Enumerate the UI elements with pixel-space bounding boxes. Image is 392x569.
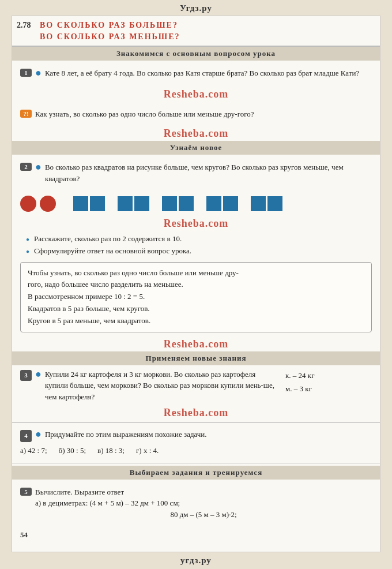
exerciseq-row: ?! Как узнать, во сколько раз одно число…	[20, 108, 372, 120]
info-line4: Квадратов в 5 раз больше, чем кругов.	[28, 303, 364, 315]
info-line1: Чтобы узнать, во сколько раз одно число …	[28, 267, 364, 279]
option-a: а) 42 : 7;	[20, 444, 47, 457]
page-wrapper: 2.78 ВО СКОЛЬКО РАЗ БОЛЬШЕ? ВО СКОЛЬКО Р…	[12, 16, 380, 552]
exercise1-text: Кате 8 лет, а её брату 4 года. Во скольк…	[45, 68, 372, 79]
info-line5: Кругов в 5 раз меньше, чем квадратов.	[28, 315, 364, 327]
diagram-m: м. – 3 кг	[285, 382, 372, 395]
option-b: б) 30 : 5;	[59, 444, 86, 457]
top-label: Угдз.ру	[180, 3, 212, 13]
diagram-k: к. – 24 кг	[285, 369, 372, 382]
bullet-item2: Сформулируйте ответ на основной вопрос у…	[26, 245, 372, 257]
square9	[251, 196, 266, 211]
bullet-item1: Расскажите, сколько раз по 2 содержится …	[26, 233, 372, 245]
exercise1-bullet: ●	[35, 66, 42, 80]
bottom-label: угдз.ру	[180, 556, 212, 565]
square7	[206, 196, 221, 211]
square2	[90, 196, 105, 211]
exercise5-block: 5 Вычислите. Выразите ответ а) в децимет…	[12, 480, 380, 527]
exerciseq-block: ?! Как узнать, во сколько раз одно число…	[12, 102, 380, 127]
option-d: г) x : 4.	[136, 444, 159, 457]
option-b-label: б)	[59, 446, 65, 455]
squares-group1	[73, 196, 105, 211]
square4	[134, 196, 149, 211]
circle1	[20, 196, 36, 212]
section4-header: Выбираем задания и тренируемся	[12, 466, 380, 480]
exercise4-row: 4 ● Придумайте по этим выражениям похожи…	[20, 429, 372, 442]
square8	[223, 196, 238, 211]
option-b-value: 30 : 5;	[67, 446, 86, 455]
exercise3-bullet: ●	[35, 368, 42, 381]
circle2	[40, 196, 56, 212]
watermark2: Resheba.com	[12, 126, 380, 141]
info-line2: гого, надо большее число разделить на ме…	[28, 279, 364, 291]
lesson-header: 2.78 ВО СКОЛЬКО РАЗ БОЛЬШЕ? ВО СКОЛЬКО Р…	[12, 16, 380, 47]
watermark1: Resheba.com	[12, 87, 380, 102]
bullet-list: Расскажите, сколько раз по 2 содержится …	[26, 233, 372, 257]
watermark5: Resheba.com	[12, 406, 380, 420]
exercise5-line2: 80 дм – (5 м – 3 м)·2;	[35, 509, 372, 521]
exercise4-block: 4 ● Придумайте по этим выражениям похожи…	[12, 425, 380, 461]
divider2	[12, 463, 380, 463]
exerciseq-num: ?!	[20, 110, 32, 118]
squares-group3	[162, 196, 194, 211]
exercise4-num: 4	[20, 430, 32, 442]
option-a-value: 42 : 7;	[28, 446, 47, 455]
squares-group5	[251, 196, 282, 211]
option-a-label: а)	[20, 446, 26, 455]
info-box: Чтобы узнать, во сколько раз одно число …	[20, 262, 372, 332]
bottom-bar: угдз.ру	[0, 552, 392, 569]
exercise5-row: 5 Вычислите. Выразите ответ а) в децимет…	[20, 486, 372, 521]
exercise3-diagram: к. – 24 кг м. – 3 кг	[285, 369, 372, 403]
section1-header: Знакомимся с основным вопросом урока	[12, 47, 380, 61]
exercise5-intro: Вычислите. Выразите ответ	[35, 486, 372, 498]
square1	[73, 196, 88, 211]
section2-header: Узнаём новое	[12, 141, 380, 155]
section3-header: Применяем новые знания	[12, 351, 380, 365]
option-c: в) 18 : 3;	[97, 444, 125, 457]
option-d-value: x : 4.	[144, 446, 159, 455]
exercise2-row: 2 ● Во сколько раз квадратов на рисунке …	[20, 162, 372, 184]
exercise2-block: 2 ● Во сколько раз квадратов на рисунке …	[12, 155, 380, 191]
title-line2: ВО СКОЛЬКО РАЗ МЕНЬШЕ?	[40, 31, 180, 43]
title-line1: ВО СКОЛЬКО РАЗ БОЛЬШЕ?	[40, 20, 180, 31]
watermark3: Resheba.com	[12, 216, 380, 231]
info-line3: В рассмотренном примере 10 : 2 = 5.	[28, 291, 364, 303]
option-d-label: г)	[136, 446, 142, 455]
exercise2-num: 2	[20, 163, 32, 171]
exercise3-left: 3 ● Купили 24 кг картофеля и 3 кг морков…	[20, 369, 280, 403]
exercise4-options: а) 42 : 7; б) 30 : 5; в) 18 : 3; г) x : …	[20, 444, 372, 457]
exercise3-row: 3 ● Купили 24 кг картофеля и 3 кг морков…	[20, 369, 280, 403]
square10	[267, 196, 282, 211]
square3	[118, 196, 133, 211]
page-number: 54	[12, 527, 380, 544]
divider1	[12, 422, 380, 423]
watermark4: Resheba.com	[12, 337, 380, 351]
exercise1-num: 1	[20, 69, 32, 77]
lesson-title: ВО СКОЛЬКО РАЗ БОЛЬШЕ? ВО СКОЛЬКО РАЗ МЕ…	[40, 20, 180, 42]
option-c-value: 18 : 3;	[105, 446, 125, 455]
exerciseq-text: Как узнать, во сколько раз одно число бо…	[35, 108, 372, 120]
squares-group4	[206, 196, 238, 211]
squares-group2	[118, 196, 149, 211]
exercise5-text: Вычислите. Выразите ответ а) в дециметра…	[35, 486, 372, 521]
exercise2-bullet: ●	[35, 160, 42, 174]
exercise4-bullet: ●	[35, 428, 42, 441]
exercise3-block: 3 ● Купили 24 кг картофеля и 3 кг морков…	[12, 365, 380, 406]
exercise3-text: Купили 24 кг картофеля и 3 кг моркови. В…	[45, 369, 280, 403]
shapes-row	[20, 196, 372, 212]
square5	[162, 196, 177, 211]
exercise5-num: 5	[20, 488, 32, 496]
option-c-label: в)	[97, 446, 103, 455]
square6	[179, 196, 194, 211]
top-bar: Угдз.ру	[0, 0, 392, 16]
lesson-number: 2.78	[17, 20, 40, 42]
exercise2-text: Во сколько раз квадратов на рисунке боль…	[45, 162, 372, 184]
exercise3-num: 3	[20, 370, 32, 381]
exercise1-row: 1 ● Кате 8 лет, а её брату 4 года. Во ск…	[20, 68, 372, 80]
exercise1-block: 1 ● Кате 8 лет, а её брату 4 года. Во ск…	[12, 61, 380, 87]
exercise5-line1: а) в дециметрах: (4 м + 5 м) – 32 дм + 1…	[35, 497, 372, 509]
exercise4-intro: Придумайте по этим выражениям похожие за…	[45, 429, 372, 440]
